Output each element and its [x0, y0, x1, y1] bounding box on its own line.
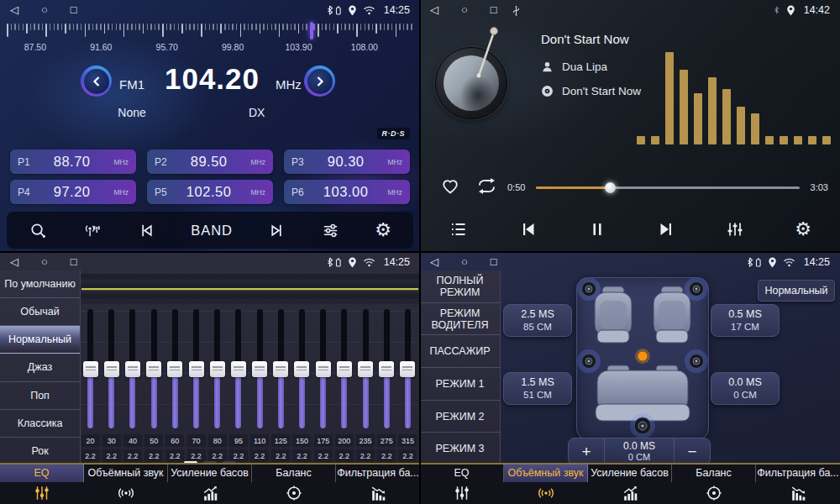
eq-band-slider-125[interactable]	[274, 306, 287, 432]
delay-front-right-button[interactable]: 0.5 MS 17 CM	[711, 304, 780, 337]
eq-slider-handle[interactable]	[231, 361, 246, 377]
eq-slider-handle[interactable]	[125, 361, 140, 377]
tune-settings-icon[interactable]	[321, 221, 340, 240]
fc-value-chip[interactable]: 175	[314, 434, 333, 447]
fc-value-chip[interactable]: 235	[356, 434, 375, 447]
delay-front-left-button[interactable]: 2.5 MS 85 CM	[503, 304, 572, 337]
eq-preset-item-4[interactable]: Поп	[0, 382, 80, 410]
eq-slider-handle[interactable]	[316, 361, 331, 377]
q-value-chip[interactable]: 2.2	[314, 449, 333, 462]
q-value-chip[interactable]: 2.2	[335, 449, 354, 462]
delay-rear-left-button[interactable]: 1.5 MS 51 CM	[503, 372, 572, 405]
eq-slider-handle[interactable]	[146, 361, 161, 377]
tune-up-button[interactable]	[304, 66, 335, 97]
tab-bass-boost[interactable]: Усиление басов	[588, 465, 672, 504]
fc-value-chip[interactable]: 150	[292, 434, 311, 447]
tab-eq[interactable]: EQ	[0, 465, 84, 504]
delay-increase-button[interactable]: +	[569, 438, 604, 465]
home-button[interactable]: ○	[461, 252, 468, 272]
q-value-chip[interactable]: 2.2	[144, 449, 163, 462]
q-value-chip[interactable]: 2.2	[356, 449, 375, 462]
eq-preset-item-1[interactable]: Обычай	[0, 298, 80, 326]
tab-surround[interactable]: Объёмный звук	[84, 465, 168, 504]
q-value-chip[interactable]: 2.2	[187, 449, 206, 462]
listening-mode-item-1[interactable]: РЕЖИМ ВОДИТЕЛЯ	[420, 303, 500, 336]
q-value-chip[interactable]: 2.2	[102, 449, 121, 462]
eq-band-slider-80[interactable]	[211, 306, 224, 432]
q-value-chip[interactable]: 2.2	[377, 449, 396, 462]
eq-slider-handle[interactable]	[83, 361, 98, 377]
fc-value-chip[interactable]: 110	[250, 434, 269, 447]
eq-band-slider-275[interactable]	[380, 306, 393, 432]
eq-band-slider-175[interactable]	[317, 306, 330, 432]
eq-slider-handle[interactable]	[167, 361, 182, 377]
band-button[interactable]: BAND	[191, 223, 233, 239]
radio-preset-p3[interactable]: P390.30MHz	[284, 150, 410, 174]
eq-slider-handle[interactable]	[379, 361, 394, 377]
fc-value-chip[interactable]: 275	[377, 434, 396, 447]
eq-slider-handle[interactable]	[294, 361, 309, 377]
tab-balance[interactable]: Баланс	[672, 465, 756, 504]
recents-button[interactable]: □	[491, 252, 497, 272]
q-value-chip[interactable]: 2.2	[208, 449, 227, 462]
favorite-heart-icon[interactable]	[440, 176, 460, 198]
fc-value-chip[interactable]: 40	[123, 434, 142, 447]
settings-gear-icon[interactable]: ⚙	[795, 220, 811, 239]
eq-slider-handle[interactable]	[189, 361, 204, 377]
radio-preset-p4[interactable]: P497.20MHz	[10, 180, 136, 204]
eq-band-slider-70[interactable]	[190, 306, 203, 432]
seek-knob[interactable]	[605, 182, 616, 193]
eq-slider-handle[interactable]	[358, 361, 373, 377]
eq-band-slider-40[interactable]	[126, 306, 139, 432]
back-button[interactable]: ◁	[10, 0, 18, 20]
eq-preset-item-0[interactable]: По умолчанию	[0, 270, 80, 298]
eq-slider-handle[interactable]	[252, 361, 267, 377]
radio-preset-p6[interactable]: P6103.00MHz	[284, 180, 410, 204]
frequency-ruler[interactable]	[7, 24, 413, 40]
tab-balance[interactable]: Баланс	[252, 465, 336, 504]
tab-surround[interactable]: Объёмный звук	[504, 465, 588, 504]
back-button[interactable]: ◁	[430, 0, 438, 20]
eq-band-slider-50[interactable]	[147, 306, 160, 432]
back-button[interactable]: ◁	[430, 252, 438, 272]
recents-button[interactable]: □	[71, 0, 77, 20]
playlist-icon[interactable]	[449, 219, 469, 239]
home-button[interactable]: ○	[41, 0, 48, 20]
eq-band-slider-110[interactable]	[253, 306, 266, 432]
eq-band-slider-60[interactable]	[168, 306, 181, 432]
fc-value-chip[interactable]: 200	[335, 434, 354, 447]
settings-gear-icon[interactable]: ⚙	[375, 221, 391, 239]
repeat-icon[interactable]	[475, 177, 498, 198]
tab-bass-boost[interactable]: Усиление басов	[168, 465, 252, 504]
q-value-chip[interactable]: 2.2	[398, 449, 417, 462]
recents-button[interactable]: □	[491, 0, 497, 20]
q-value-chip[interactable]: 2.2	[81, 449, 100, 462]
fc-value-chip[interactable]: 315	[398, 434, 417, 447]
q-value-chip[interactable]: 2.2	[229, 449, 248, 462]
listening-mode-item-2[interactable]: ПАССАЖИР	[420, 335, 500, 368]
q-value-chip[interactable]: 2.2	[271, 449, 290, 462]
eq-preset-item-5[interactable]: Классика	[0, 410, 80, 438]
fc-value-chip[interactable]: 20	[81, 434, 100, 447]
home-button[interactable]: ○	[461, 0, 468, 20]
next-station-button[interactable]	[267, 221, 286, 240]
seek-bar[interactable]	[536, 186, 800, 189]
eq-band-slider-315[interactable]	[401, 306, 414, 432]
eq-band-slider-235[interactable]	[359, 306, 372, 432]
eq-band-slider-200[interactable]	[338, 306, 351, 432]
tuning-needle[interactable]	[310, 22, 313, 39]
listening-mode-item-4[interactable]: РЕЖИМ 2	[420, 401, 500, 433]
q-value-chip[interactable]: 2.2	[250, 449, 269, 462]
eq-slider-handle[interactable]	[273, 361, 288, 377]
eq-slider-handle[interactable]	[337, 361, 352, 377]
fc-value-chip[interactable]: 60	[165, 434, 184, 447]
tab-filter[interactable]: Фильтрация ба...	[756, 465, 840, 504]
q-value-chip[interactable]: 2.2	[123, 449, 142, 462]
eq-band-slider-20[interactable]	[84, 306, 97, 432]
eq-slider-handle[interactable]	[400, 361, 415, 377]
fc-value-chip[interactable]: 125	[271, 434, 290, 447]
q-value-chip[interactable]: 2.2	[292, 449, 311, 462]
q-value-chip[interactable]: 2.2	[165, 449, 184, 462]
broadcast-button[interactable]	[82, 221, 102, 240]
eq-preset-item-6[interactable]: Рок	[0, 438, 80, 465]
